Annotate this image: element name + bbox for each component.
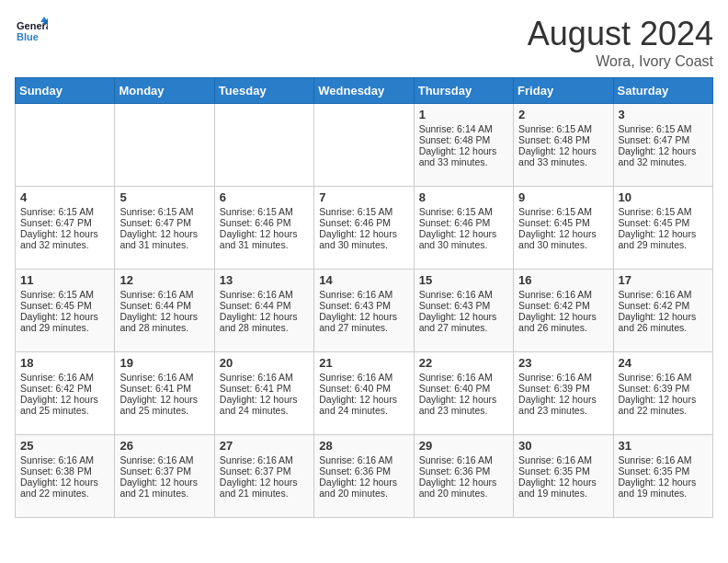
day-info-line: Sunset: 6:45 PM — [20, 300, 109, 311]
day-info-line: Daylight: 12 hours — [419, 311, 508, 322]
calendar-cell: 9Sunrise: 6:15 AMSunset: 6:45 PMDaylight… — [514, 187, 613, 270]
day-info-line: and 25 minutes. — [119, 405, 209, 416]
day-number: 25 — [20, 439, 109, 453]
calendar-cell: 18Sunrise: 6:16 AMSunset: 6:42 PMDayligh… — [16, 352, 115, 435]
calendar-cell: 31Sunrise: 6:16 AMSunset: 6:35 PMDayligh… — [613, 435, 712, 518]
week-row-2: 4Sunrise: 6:15 AMSunset: 6:47 PMDaylight… — [16, 187, 713, 270]
calendar-cell: 28Sunrise: 6:16 AMSunset: 6:36 PMDayligh… — [314, 435, 414, 518]
day-number: 16 — [518, 273, 608, 287]
day-info-line: Sunrise: 6:16 AM — [419, 372, 508, 383]
day-info-line: Daylight: 12 hours — [419, 228, 508, 239]
day-info-line: Sunset: 6:46 PM — [220, 217, 309, 228]
days-header-row: SundayMondayTuesdayWednesdayThursdayFrid… — [16, 78, 713, 104]
calendar-cell: 21Sunrise: 6:16 AMSunset: 6:40 PMDayligh… — [314, 352, 414, 435]
day-info-line: Daylight: 12 hours — [220, 477, 309, 488]
day-info-line: Sunrise: 6:15 AM — [20, 206, 109, 217]
day-info-line: Daylight: 12 hours — [518, 477, 608, 488]
day-info-line: Sunset: 6:41 PM — [119, 383, 209, 394]
day-info-line: and 19 minutes. — [619, 488, 708, 499]
day-info-line: and 19 minutes. — [518, 488, 608, 499]
day-info-line: Sunrise: 6:15 AM — [220, 206, 309, 217]
day-header-saturday: Saturday — [613, 78, 712, 104]
day-number: 11 — [20, 273, 109, 287]
day-info-line: and 26 minutes. — [518, 322, 608, 333]
day-number: 31 — [619, 439, 708, 453]
day-number: 12 — [119, 273, 209, 287]
day-info-line: Sunrise: 6:16 AM — [220, 372, 309, 383]
day-header-thursday: Thursday — [414, 78, 513, 104]
day-info-line: Daylight: 12 hours — [518, 228, 608, 239]
page-header: General Blue August 2024 Wora, Ivory Coa… — [15, 15, 713, 70]
day-info-line: and 28 minutes. — [220, 322, 309, 333]
day-info-line: Sunrise: 6:15 AM — [419, 206, 508, 217]
calendar-cell — [115, 104, 214, 187]
day-info-line: and 22 minutes. — [619, 405, 708, 416]
day-info-line: Sunset: 6:45 PM — [619, 217, 708, 228]
calendar-cell — [16, 104, 115, 187]
day-info-line: Daylight: 12 hours — [518, 394, 608, 405]
day-info-line: Sunrise: 6:16 AM — [319, 289, 408, 300]
day-number: 2 — [518, 108, 608, 121]
day-info-line: Daylight: 12 hours — [319, 311, 408, 322]
calendar-cell: 7Sunrise: 6:15 AMSunset: 6:46 PMDaylight… — [314, 187, 414, 270]
week-row-4: 18Sunrise: 6:16 AMSunset: 6:42 PMDayligh… — [16, 352, 713, 435]
day-info-line: Sunrise: 6:16 AM — [220, 289, 309, 300]
day-info-line: Sunset: 6:41 PM — [220, 383, 309, 394]
day-info-line: Sunrise: 6:16 AM — [518, 289, 608, 300]
day-header-tuesday: Tuesday — [214, 78, 313, 104]
day-info-line: Sunrise: 6:16 AM — [119, 372, 209, 383]
day-info-line: Sunrise: 6:16 AM — [419, 289, 508, 300]
calendar-cell: 1Sunrise: 6:14 AMSunset: 6:48 PMDaylight… — [414, 104, 513, 187]
day-info-line: Sunset: 6:39 PM — [619, 383, 708, 394]
day-number: 17 — [619, 273, 708, 287]
day-header-wednesday: Wednesday — [314, 78, 414, 104]
day-info-line: and 22 minutes. — [20, 488, 109, 499]
day-info-line: Sunset: 6:45 PM — [518, 217, 608, 228]
day-info-line: Sunset: 6:47 PM — [119, 217, 209, 228]
day-number: 9 — [518, 190, 608, 204]
day-number: 4 — [20, 190, 109, 204]
day-info-line: Sunrise: 6:16 AM — [518, 372, 608, 383]
calendar-cell: 13Sunrise: 6:16 AMSunset: 6:44 PMDayligh… — [214, 270, 313, 352]
day-info-line: and 32 minutes. — [619, 156, 708, 167]
day-number: 26 — [119, 439, 209, 453]
calendar-cell: 5Sunrise: 6:15 AMSunset: 6:47 PMDaylight… — [115, 187, 214, 270]
day-info-line: Daylight: 12 hours — [119, 311, 209, 322]
week-row-5: 25Sunrise: 6:16 AMSunset: 6:38 PMDayligh… — [16, 435, 713, 518]
day-number: 22 — [419, 356, 508, 370]
week-row-3: 11Sunrise: 6:15 AMSunset: 6:45 PMDayligh… — [16, 270, 713, 352]
calendar-cell: 10Sunrise: 6:15 AMSunset: 6:45 PMDayligh… — [613, 187, 712, 270]
day-info-line: Sunrise: 6:15 AM — [518, 206, 608, 217]
day-info-line: Daylight: 12 hours — [319, 477, 408, 488]
day-info-line: Daylight: 12 hours — [119, 228, 209, 239]
day-number: 27 — [220, 439, 309, 453]
calendar-cell: 15Sunrise: 6:16 AMSunset: 6:43 PMDayligh… — [414, 270, 513, 352]
day-info-line: Daylight: 12 hours — [220, 228, 309, 239]
day-number: 23 — [518, 356, 608, 370]
day-info-line: Sunrise: 6:16 AM — [220, 454, 309, 465]
day-info-line: Sunrise: 6:16 AM — [619, 454, 708, 465]
calendar-cell: 4Sunrise: 6:15 AMSunset: 6:47 PMDaylight… — [16, 187, 115, 270]
day-info-line: Sunset: 6:35 PM — [619, 465, 708, 477]
day-info-line: and 23 minutes. — [518, 405, 608, 416]
calendar-cell: 2Sunrise: 6:15 AMSunset: 6:48 PMDaylight… — [514, 104, 613, 187]
calendar-cell: 26Sunrise: 6:16 AMSunset: 6:37 PMDayligh… — [115, 435, 214, 518]
day-info-line: and 21 minutes. — [220, 488, 309, 499]
day-number: 7 — [319, 190, 408, 204]
day-info-line: Sunset: 6:48 PM — [419, 134, 508, 145]
day-info-line: Sunset: 6:40 PM — [419, 383, 508, 394]
day-number: 30 — [518, 439, 608, 453]
day-info-line: Sunset: 6:38 PM — [20, 465, 109, 477]
day-info-line: Sunrise: 6:16 AM — [319, 372, 408, 383]
day-info-line: Sunset: 6:43 PM — [319, 300, 408, 311]
calendar-cell — [314, 104, 414, 187]
day-number: 21 — [319, 356, 408, 370]
day-info-line: Sunset: 6:35 PM — [518, 465, 608, 477]
day-info-line: Daylight: 12 hours — [518, 145, 608, 156]
day-info-line: Sunrise: 6:15 AM — [619, 206, 708, 217]
day-info-line: and 29 minutes. — [20, 322, 109, 333]
day-header-friday: Friday — [514, 78, 613, 104]
day-info-line: and 24 minutes. — [220, 405, 309, 416]
day-info-line: Daylight: 12 hours — [619, 228, 708, 239]
calendar-cell: 30Sunrise: 6:16 AMSunset: 6:35 PMDayligh… — [514, 435, 613, 518]
